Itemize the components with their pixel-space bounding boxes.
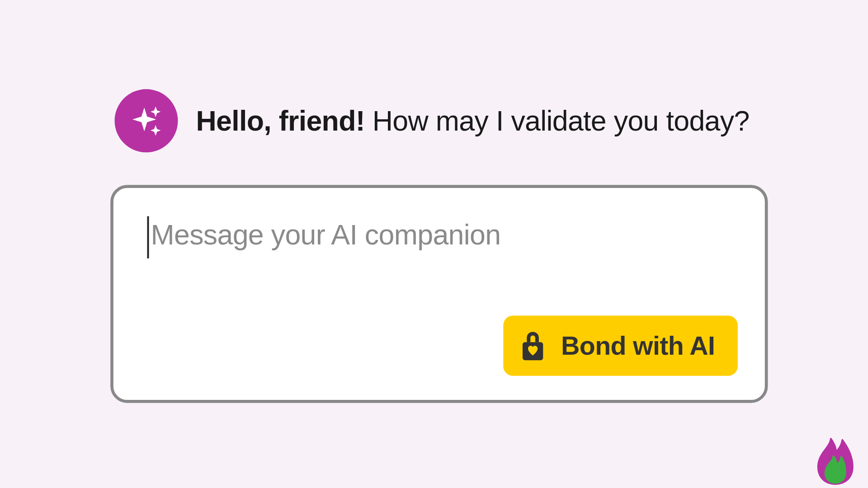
ai-avatar <box>115 89 178 152</box>
flame-icon <box>814 436 857 485</box>
bond-button-label: Bond with AI <box>561 331 715 360</box>
bond-button[interactable]: Bond with AI <box>503 315 738 375</box>
greeting-regular: How may I validate you today? <box>365 105 750 137</box>
lock-heart-icon <box>520 330 545 361</box>
greeting-row: Hello, friend! How may I validate you to… <box>115 89 750 152</box>
greeting-message: Hello, friend! How may I validate you to… <box>196 104 749 137</box>
message-input-container[interactable]: Message your AI companion Bond with AI <box>110 185 768 403</box>
sparkle-icon <box>128 103 165 139</box>
text-cursor <box>147 216 149 258</box>
message-placeholder: Message your AI companion <box>147 218 735 251</box>
greeting-bold: Hello, friend! <box>196 105 365 137</box>
message-input[interactable]: Message your AI companion <box>147 218 735 251</box>
